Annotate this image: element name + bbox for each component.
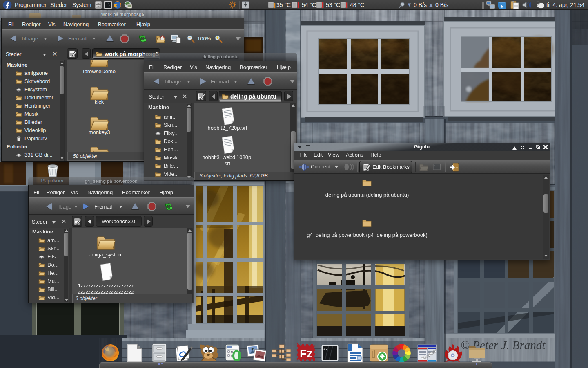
svg-text:Fz: Fz [300, 347, 312, 360]
